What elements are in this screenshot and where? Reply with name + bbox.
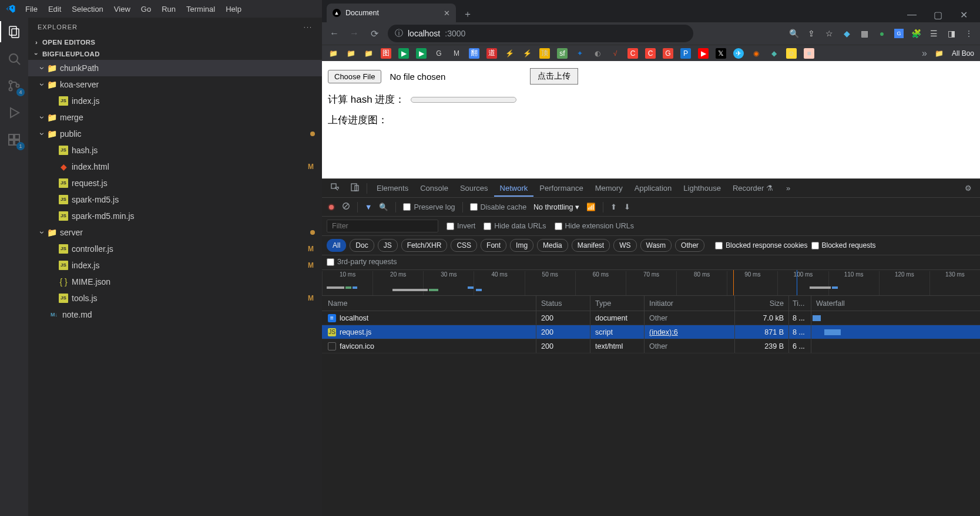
bm-icon[interactable]: ▶ [398,48,409,59]
bm-icon[interactable]: P [680,48,691,59]
more-tabs-icon[interactable]: » [783,184,794,193]
close-window-icon[interactable]: ✕ [952,7,975,22]
upload-button[interactable]: 点击上传 [530,68,578,85]
wifi-icon[interactable]: 📶 [586,203,596,211]
bm-icon[interactable]: 道 [486,48,497,59]
bm-icon[interactable]: ✦ [575,48,585,59]
search-icon[interactable]: 🔍 [379,203,388,211]
bm-icon[interactable]: ■ [804,48,814,59]
bm-telegram-icon[interactable]: ✈ [733,48,744,59]
type-filter-font[interactable]: Font [481,239,506,252]
type-filter-wasm[interactable]: Wasm [640,239,672,252]
timeline[interactable]: 10 ms20 ms30 ms40 ms50 ms60 ms70 ms80 ms… [322,270,980,296]
omnibox[interactable]: ⓘ localhost:3000 [388,25,693,42]
menu-go[interactable]: Go [136,3,156,15]
run-debug-icon[interactable] [6,104,22,121]
maximize-icon[interactable]: ▢ [926,7,949,22]
ext3-icon[interactable]: ● [877,28,887,39]
ext2-icon[interactable]: ▦ [859,28,870,39]
bm-icon[interactable]: 翻 [469,48,479,59]
devtools-tab-sources[interactable]: Sources [454,180,494,197]
menu-selection[interactable]: Selection [66,3,108,15]
devtools-tab-recorder[interactable]: Recorder ⚗ [727,180,779,197]
choose-file-button[interactable]: Choose File [328,70,381,83]
minimize-icon[interactable]: — [900,7,924,22]
devtools-tab-lighthouse[interactable]: Lighthouse [677,180,727,197]
col-type[interactable]: Type [590,296,645,311]
zoom-icon[interactable]: 🔍 [788,28,799,39]
bm-all-bookmarks[interactable]: All Boo [952,49,974,58]
bm-icon[interactable]: G [663,48,673,59]
bm-icon[interactable]: ◉ [751,48,761,59]
network-row[interactable]: favicon.ico200text/htmlOther239 B6 ... [322,339,980,353]
throttling-select[interactable]: No throttling ▾ [533,203,579,211]
preserve-log-checkbox[interactable]: Preserve log [403,203,455,211]
settings-gear-icon[interactable]: ⚙ [961,184,975,193]
upload-har-icon[interactable]: ⬆ [610,203,617,211]
extensions-puzzle-icon[interactable]: 🧩 [911,28,921,39]
reload-icon[interactable]: ⟳ [368,27,381,40]
clear-icon[interactable] [342,202,350,212]
network-row[interactable]: ≡localhost200documentOther7.0 kB8 ... [322,311,980,325]
type-filter-ws[interactable]: WS [613,239,636,252]
col-name[interactable]: Name [322,296,536,311]
network-row[interactable]: JSrequest.js200script(index):6871 B8 ... [322,325,980,339]
ext1-icon[interactable]: ◆ [841,28,852,39]
bm-folder-icon[interactable]: 📁 [934,48,945,59]
file-index.js[interactable]: JSindex.js [28,93,322,109]
more-icon[interactable]: ··· [304,23,313,31]
bm-folder-icon[interactable]: 📁 [363,48,374,59]
bm-x-icon[interactable]: 𝕏 [716,48,726,59]
type-filter-media[interactable]: Media [537,239,568,252]
third-party-checkbox[interactable]: 3rd-party requests [327,258,397,266]
folder-public[interactable]: ›📁public [28,126,322,142]
menu-view[interactable]: View [109,3,136,15]
filter-input[interactable] [327,220,438,232]
file-tools.js[interactable]: JStools.jsM [28,290,322,306]
bm-icon[interactable]: C [645,48,656,59]
col-time[interactable]: Ti... [789,296,811,311]
download-har-icon[interactable]: ⬇ [624,203,630,211]
bm-folder-icon[interactable]: 📁 [328,48,338,59]
bm-icon[interactable]: sf [557,48,568,59]
folder-server[interactable]: ›📁server [28,224,322,241]
devtools-tab-network[interactable]: Network [494,180,534,197]
bm-icon[interactable]: ☺ [786,48,797,59]
bm-icon[interactable]: ◐ [592,48,603,59]
bookmark-star-icon[interactable]: ☆ [824,28,834,39]
bm-folder-icon[interactable]: 📁 [345,48,356,59]
bm-gmail-icon[interactable]: M [451,48,462,59]
devtools-tab-elements[interactable]: Elements [371,180,414,197]
record-icon[interactable] [328,204,335,211]
extensions-icon[interactable]: 1 [6,131,22,148]
explorer-icon[interactable] [6,23,22,40]
project-section[interactable]: › BIGFILEUPLOAD [28,48,322,60]
side-panel-icon[interactable]: ◨ [946,28,956,39]
hide-data-urls-checkbox[interactable]: Hide data URLs [484,222,546,230]
blocked-cookies-checkbox[interactable]: Blocked response cookies [715,241,807,249]
file-MIME.json[interactable]: { }MIME.json [28,274,322,290]
browser-tab[interactable]: ▲ Document ✕ [327,4,456,22]
file-spark-md5.min.js[interactable]: JSspark-md5.min.js [28,208,322,224]
file-controller.js[interactable]: JScontroller.jsM [28,241,322,257]
col-size[interactable]: Size [735,296,789,311]
type-filter-all[interactable]: All [327,239,346,252]
devtools-tab-console[interactable]: Console [414,180,454,197]
reading-list-icon[interactable]: ☰ [928,28,939,39]
type-filter-css[interactable]: CSS [451,239,477,252]
menu-edit[interactable]: Edit [43,3,66,15]
new-tab-button[interactable]: ＋ [459,6,476,22]
share-icon[interactable]: ⇪ [806,28,817,39]
file-note.md[interactable]: M↓note.md [28,306,322,323]
menu-file[interactable]: File [20,3,43,15]
bm-icon[interactable]: 图 [381,48,391,59]
inspect-icon[interactable] [327,183,343,194]
bm-icon[interactable]: ⚡ [504,48,515,59]
devtools-tab-performance[interactable]: Performance [533,180,589,197]
invert-checkbox[interactable]: Invert [447,222,475,230]
type-filter-other[interactable]: Other [675,239,704,252]
profile-icon[interactable]: ⋮ [964,28,974,39]
forward-icon[interactable]: → [348,27,361,40]
file-hash.js[interactable]: JShash.js [28,142,322,158]
file-request.js[interactable]: JSrequest.js [28,175,322,191]
